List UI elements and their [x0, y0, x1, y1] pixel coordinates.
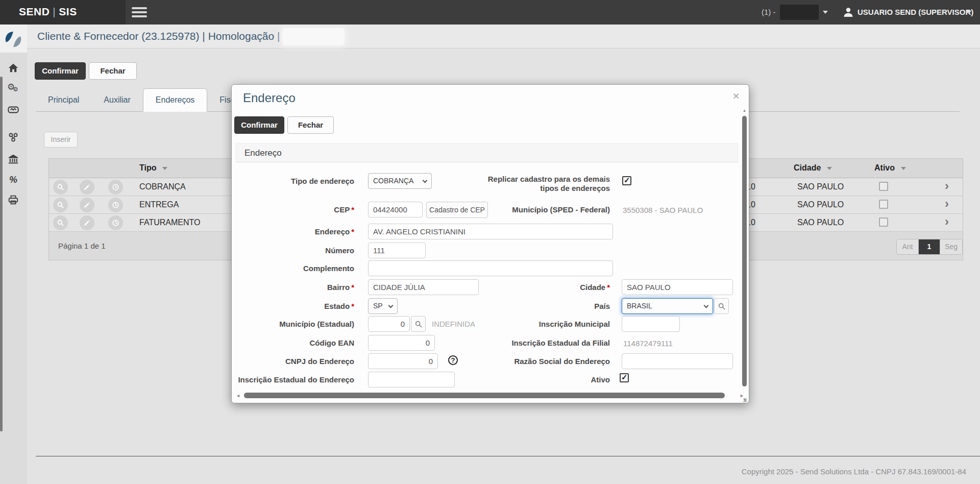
codigo-ean-input[interactable] — [368, 335, 435, 351]
required-marker: * — [351, 227, 354, 236]
pagination-next[interactable]: Seg — [940, 239, 962, 254]
edit-row-button[interactable] — [80, 215, 94, 230]
sidebar-item-percent-icon[interactable]: % — [7, 174, 19, 186]
row-chevron-icon[interactable]: › — [945, 179, 949, 193]
history-row-button[interactable] — [108, 180, 123, 195]
complemento-label: Complemento — [232, 264, 354, 273]
sidebar-item-network-icon[interactable] — [7, 132, 19, 144]
help-icon[interactable]: ? — [448, 355, 458, 365]
numero-input[interactable] — [368, 243, 426, 258]
sidebar-scrollbar[interactable] — [0, 77, 3, 431]
user-icon — [842, 6, 854, 18]
view-row-button[interactable] — [53, 180, 68, 195]
edit-row-button[interactable] — [80, 180, 94, 195]
replicar-checkbox[interactable] — [622, 176, 631, 185]
ativo-checkbox[interactable] — [879, 217, 888, 229]
cadastro-cep-button[interactable]: Cadastro de CEP — [426, 202, 488, 218]
company-selector[interactable] — [780, 5, 819, 20]
view-row-button[interactable] — [53, 215, 68, 230]
modal-close-icon[interactable]: × — [733, 90, 739, 102]
pais-select[interactable]: BRASIL — [622, 298, 713, 314]
municipio-estadual-input[interactable] — [368, 316, 410, 332]
ie-endereco-input[interactable] — [368, 372, 455, 388]
sidebar-item-home-icon[interactable] — [7, 62, 19, 75]
user-menu[interactable]: USUARIO SEND (SUPERVISOR) — [857, 8, 973, 16]
chevron-down-icon — [423, 178, 428, 183]
pais-search-button[interactable] — [714, 298, 729, 314]
municipio-sped-label: Município (SPED - Federal) — [487, 205, 610, 214]
sidebar: ⚙⚙ % — [0, 25, 27, 484]
scroll-up-icon[interactable]: ▲ — [741, 108, 748, 114]
breadcrumb-bar: Cliente & Fornecedor (23.125978) | Homol… — [27, 25, 980, 49]
brand-separator: | — [50, 6, 59, 17]
modal-confirm-button[interactable]: Confirmar — [234, 116, 284, 134]
bairro-label: Bairro* — [232, 283, 354, 292]
column-header-ativo[interactable]: Ativo — [874, 163, 906, 173]
tab-auxiliar[interactable]: Auxiliar — [91, 89, 142, 111]
menu-hamburger-icon[interactable] — [132, 7, 147, 18]
replicar-label: Replicar cadastro para os demais tipos d… — [487, 175, 610, 193]
column-header-tipo[interactable]: Tipo — [139, 163, 167, 173]
cnpj-endereco-input[interactable] — [368, 353, 438, 369]
ie-filial-label: Inscrição Estadual da Filial — [487, 338, 610, 348]
modal-ativo-checkbox[interactable] — [620, 373, 629, 382]
sidebar-item-bank-icon[interactable] — [7, 153, 19, 165]
tipo-endereco-label: Tipo de endereço — [232, 177, 354, 186]
cnpj-endereco-label: CNPJ do Endereço — [232, 357, 354, 366]
confirm-button[interactable]: Confirmar — [35, 62, 86, 80]
tab-principal[interactable]: Principal — [36, 89, 91, 111]
footer-divider — [36, 456, 980, 456]
row-chevron-icon[interactable]: › — [945, 214, 949, 229]
row-chevron-icon[interactable]: › — [945, 197, 949, 211]
required-marker: * — [351, 302, 354, 310]
top-bar: SEND|SIS (1) - USUARIO SEND (SUPERVISOR) — [0, 0, 980, 25]
required-marker: * — [351, 205, 354, 214]
app-logo[interactable] — [0, 25, 27, 53]
edit-row-button[interactable] — [80, 198, 94, 212]
page-info: Página 1 de 1 — [58, 241, 106, 250]
chevron-down-icon[interactable] — [823, 11, 828, 14]
complemento-input[interactable] — [368, 260, 613, 276]
modal-vertical-scrollbar[interactable]: ▲ ▼ — [741, 108, 748, 404]
sidebar-item-printer-icon[interactable] — [7, 194, 19, 206]
column-header-cidade[interactable]: Cidade — [794, 163, 832, 173]
brand-send: SEND — [19, 6, 50, 17]
scroll-left-icon[interactable]: ◄ — [236, 393, 240, 399]
insert-button[interactable]: Inserir — [44, 132, 78, 148]
tipo-endereco-select[interactable]: COBRANÇA — [368, 173, 432, 189]
close-button[interactable]: Fechar — [89, 62, 137, 80]
ativo-checkbox[interactable] — [879, 182, 888, 193]
municipio-estadual-hint: INDEFINIDA — [432, 320, 475, 328]
municipio-estadual-label: Município (Estadual) — [232, 320, 354, 329]
cep-input[interactable] — [368, 202, 423, 217]
inscricao-municipal-label: Inscrição Municipal — [487, 320, 610, 329]
municipio-estadual-search-button[interactable] — [411, 316, 426, 332]
estado-select[interactable]: SP — [368, 298, 398, 314]
view-row-button[interactable] — [53, 198, 68, 212]
ativo-checkbox[interactable] — [879, 200, 888, 211]
history-row-button[interactable] — [108, 198, 123, 212]
pagination-prev[interactable]: Ant — [897, 239, 919, 254]
codigo-ean-label: Código EAN — [232, 338, 354, 348]
bairro-input[interactable] — [368, 279, 479, 295]
pagination-current[interactable]: 1 — [919, 239, 940, 254]
history-row-button[interactable] — [108, 215, 123, 230]
cidade-input[interactable] — [622, 279, 733, 295]
cell-tipo: ENTREGA — [139, 200, 179, 209]
numero-label: Número — [232, 246, 354, 255]
vertical-scroll-thumb[interactable] — [742, 116, 747, 386]
sidebar-item-handshake-icon[interactable] — [7, 104, 19, 116]
tab-enderecos[interactable]: Endereços — [143, 88, 208, 112]
chevron-down-icon[interactable] — [966, 11, 971, 14]
razao-social-input[interactable] — [622, 353, 733, 369]
cell-tipo: COBRANÇA — [139, 182, 186, 191]
horizontal-scroll-thumb[interactable] — [244, 393, 725, 398]
modal-title: Endereço — [243, 91, 296, 105]
sidebar-item-settings-gears-icon[interactable]: ⚙⚙ — [7, 83, 19, 95]
modal-horizontal-scrollbar[interactable]: ◄ ► — [236, 392, 744, 399]
endereco-input[interactable] — [368, 224, 613, 239]
resize-grip-icon[interactable]: ◢ — [743, 397, 748, 402]
cell-cidade: SAO PAULO — [797, 218, 844, 227]
inscricao-municipal-input[interactable] — [622, 316, 680, 332]
modal-close-button[interactable]: Fechar — [287, 116, 334, 134]
